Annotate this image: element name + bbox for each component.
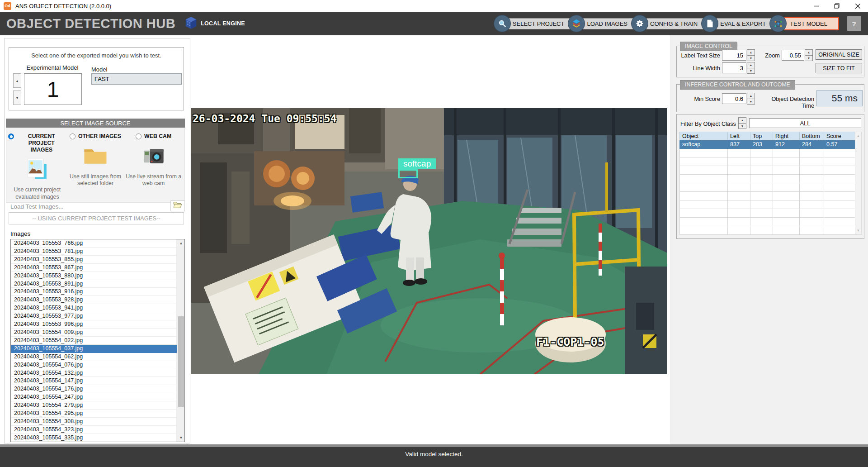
photo-icon [24, 156, 50, 184]
list-item[interactable]: 20240403_105553_781.jpg [11, 248, 177, 256]
list-item[interactable]: 20240403_105554_062.jpg [11, 353, 177, 361]
list-item[interactable]: 20240403_105554_009.jpg [11, 329, 177, 337]
min-score-input[interactable] [722, 93, 746, 104]
table-cell[interactable]: 203 [750, 140, 773, 149]
list-item[interactable]: 20240403_105553_766.jpg [11, 239, 177, 248]
table-cell-empty [800, 218, 824, 226]
model-name-field[interactable] [91, 73, 182, 85]
spin-up-icon[interactable]: ▲ [747, 93, 755, 99]
label-text-size-input[interactable] [722, 50, 746, 61]
engine-label: LOCAL ENGINE [201, 20, 245, 27]
scrollbar-thumb[interactable] [178, 316, 184, 407]
table-cell-empty [824, 200, 858, 209]
table-cell-empty [773, 200, 800, 209]
nav-step-load-images[interactable]: LOAD IMAGES [568, 15, 633, 32]
spin-up-icon[interactable]: ▲ [738, 117, 746, 124]
table-cell-empty [750, 149, 773, 157]
nav-step-test-model[interactable]: TEST MODEL [770, 15, 839, 32]
nav-step-select-project[interactable]: SELECT PROJECT [494, 15, 571, 32]
table-cell-empty [750, 157, 773, 166]
size-to-fit-button[interactable]: SIZE TO FIT [816, 63, 862, 73]
list-item[interactable]: 20240403_105554_037.jpg [11, 345, 177, 353]
list-item[interactable]: 20240403_105553_941.jpg [11, 304, 177, 312]
images-list: 20240403_105553_766.jpg20240403_105553_7… [11, 239, 177, 442]
spin-up-icon[interactable]: ▲ [805, 49, 813, 56]
images-list-scrollbar[interactable]: ▲ ▼ [177, 239, 184, 442]
table-cell[interactable]: 284 [800, 140, 824, 149]
spin-down-icon[interactable]: ▼ [747, 68, 755, 74]
list-item[interactable]: 20240403_105553_977.jpg [11, 312, 177, 320]
help-button[interactable]: ? [847, 16, 861, 31]
spin-up-icon[interactable]: ▲ [747, 49, 755, 56]
table-cell-empty [800, 166, 824, 175]
spin-down-icon[interactable]: ▼ [805, 55, 813, 62]
line-width-input[interactable] [722, 62, 746, 73]
list-item[interactable]: 20240403_105553_891.jpg [11, 280, 177, 288]
spin-down-icon[interactable]: ▼ [747, 99, 755, 105]
table-cell[interactable]: softcap [679, 140, 728, 149]
images-list-label: Images [10, 230, 30, 237]
list-item[interactable]: 20240403_105554_247.jpg [11, 393, 177, 401]
min-score-spinner: ▲▼ [747, 93, 755, 105]
app-header: OBJECT DETECTION HUB LOCAL ENGINE SELECT… [0, 12, 868, 35]
restore-button[interactable] [826, 0, 847, 12]
list-item[interactable]: 20240403_105554_323.jpg [11, 426, 177, 434]
table-cell-empty [750, 183, 773, 192]
list-item[interactable]: 20240403_105554_022.jpg [11, 337, 177, 345]
zoom-label: Zoom [761, 52, 780, 59]
close-button[interactable] [847, 0, 868, 12]
nav-step-config-train[interactable]: CONFIG & TRAIN [632, 15, 703, 32]
list-item[interactable]: 20240403_105554_147.jpg [11, 377, 177, 385]
table-scrollbar[interactable]: ▲ ▼ [855, 132, 862, 235]
list-item[interactable]: 20240403_105554_279.jpg [11, 401, 177, 410]
scroll-down-icon[interactable]: ▼ [177, 434, 185, 442]
image-source-option-current-project-images[interactable]: CURRENT PROJECT IMAGESUse current projec… [8, 133, 66, 202]
zoom-input[interactable] [782, 50, 804, 61]
list-item[interactable]: 20240403_105553_928.jpg [11, 296, 177, 304]
spin-down-icon[interactable]: ▼ [747, 55, 755, 62]
list-item[interactable]: 20240403_105554_295.jpg [11, 410, 177, 418]
spin-down-icon[interactable]: ▼ [738, 123, 746, 129]
stepper-down-button[interactable]: ▼ [13, 91, 21, 105]
list-item[interactable]: 20240403_105553_996.jpg [11, 320, 177, 329]
original-size-button[interactable]: ORIGINAL SIZE [816, 49, 862, 60]
list-item[interactable]: 20240403_105554_076.jpg [11, 361, 177, 369]
viewer-camera-id: F1-COP1-05 [536, 335, 604, 348]
list-item[interactable]: 20240403_105554_176.jpg [11, 385, 177, 393]
table-cell-empty [679, 183, 728, 192]
radio-current-project-images[interactable] [8, 133, 14, 139]
nav-step-eval-export[interactable]: EVAL & EXPORT [702, 15, 772, 32]
table-cell[interactable]: 837 [728, 140, 750, 149]
list-item[interactable]: 20240403_105553_867.jpg [11, 264, 177, 272]
radio-web-cam[interactable] [136, 133, 142, 139]
minimize-button[interactable] [806, 0, 826, 12]
load-test-images-label: Load Test Images... [10, 203, 64, 210]
radio-other-images[interactable] [70, 133, 75, 139]
browse-folder-button[interactable] [170, 200, 185, 211]
table-cell-empty [773, 166, 800, 175]
image-source-options: CURRENT PROJECT IMAGESUse current projec… [6, 128, 185, 203]
status-bar: Valid model selected. [0, 447, 868, 467]
list-item[interactable]: 20240403_105553_916.jpg [11, 288, 177, 296]
table-cell-empty [750, 166, 773, 175]
list-item[interactable]: 20240403_105553_855.jpg [11, 256, 177, 264]
image-source-option-web-cam[interactable]: WEB CAMUse live stream from a web cam [124, 133, 183, 202]
scroll-up-icon[interactable]: ▲ [177, 239, 185, 247]
table-cell-empty [800, 157, 824, 166]
table-cell[interactable]: 0.57 [824, 140, 858, 149]
scroll-down-icon[interactable]: ▼ [855, 227, 861, 234]
table-cell-empty [824, 157, 858, 166]
min-score-label: Min Score [679, 95, 720, 102]
list-item[interactable]: 20240403_105553_880.jpg [11, 272, 177, 280]
list-item[interactable]: 20240403_105554_335.jpg [11, 434, 177, 442]
list-item[interactable]: 20240403_105554_308.jpg [11, 418, 177, 426]
stepper-up-button[interactable]: ▲ [13, 73, 21, 88]
list-item[interactable]: 20240403_105554_132.jpg [11, 369, 177, 377]
option-label: WEB CAM [144, 133, 171, 140]
model-label: Model [91, 66, 107, 73]
spin-up-icon[interactable]: ▲ [747, 62, 755, 68]
object-class-filter[interactable]: ALL [749, 118, 861, 128]
scroll-up-icon[interactable]: ▲ [855, 132, 861, 140]
table-cell[interactable]: 912 [773, 140, 800, 149]
image-source-option-other-images[interactable]: OTHER IMAGESUse still images from select… [66, 133, 125, 202]
